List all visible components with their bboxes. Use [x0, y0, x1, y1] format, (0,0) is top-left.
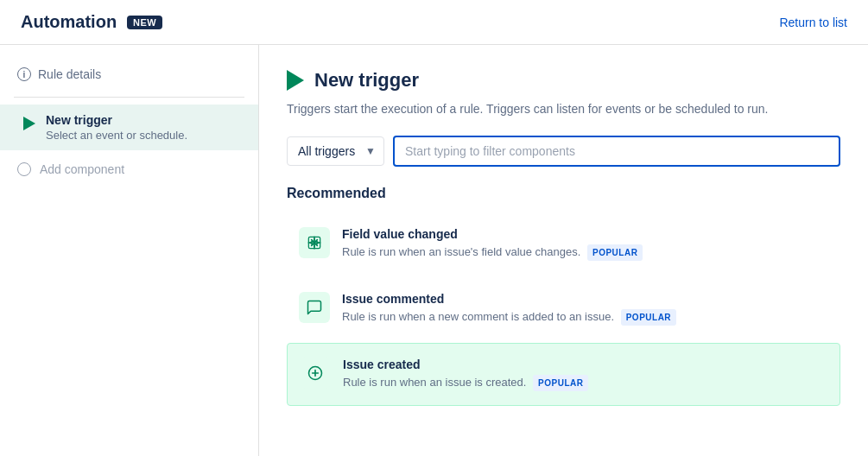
issue-commented-card-desc: Rule is run when a new comment is added …	[342, 308, 828, 326]
filter-row: All triggers Scheduled Field Issue Versi…	[287, 136, 840, 167]
issue-commented-card-body: Issue commented Rule is run when a new c…	[342, 292, 828, 326]
issue-created-card-desc: Rule is run when an issue is created. PO…	[343, 374, 827, 391]
trigger-card-field-value-changed[interactable]: Field value changed Rule is run when an …	[287, 213, 840, 275]
main-layout: i Rule details New trigger Select an eve…	[0, 45, 868, 456]
field-value-icon	[299, 227, 330, 258]
popular-badge-field: POPULAR	[587, 244, 643, 261]
trigger-cards-list: Field value changed Rule is run when an …	[287, 213, 840, 409]
header: Automation NEW Return to list	[0, 0, 868, 45]
trigger-label: New trigger	[46, 113, 187, 127]
content-title: New trigger	[314, 69, 419, 92]
sidebar-add-component[interactable]: Add component	[0, 154, 258, 185]
sidebar-trigger-text: New trigger Select an event or schedule.	[46, 113, 187, 142]
content-description: Triggers start the execution of a rule. …	[287, 100, 840, 118]
info-icon: i	[17, 67, 31, 81]
play-icon	[20, 115, 37, 132]
popular-badge-created: POPULAR	[533, 375, 588, 391]
add-circle-icon	[17, 162, 31, 176]
new-badge: NEW	[127, 16, 162, 29]
field-value-card-title: Field value changed	[342, 227, 828, 241]
content-area: New trigger Triggers start the execution…	[259, 45, 868, 456]
issue-created-icon	[300, 358, 331, 389]
issue-created-card-title: Issue created	[343, 358, 827, 371]
app-title: Automation	[21, 12, 117, 32]
content-header: New trigger	[287, 69, 840, 92]
header-left: Automation NEW	[21, 12, 162, 32]
trigger-card-issue-created[interactable]: Issue created Rule is run when an issue …	[287, 343, 840, 406]
trigger-card-issue-commented[interactable]: Issue commented Rule is run when a new c…	[287, 278, 840, 339]
sidebar-rule-details[interactable]: i Rule details	[0, 59, 258, 90]
field-value-card-desc: Rule is run when an issue's field value …	[342, 244, 828, 261]
issue-commented-icon	[299, 292, 330, 323]
rule-details-label: Rule details	[38, 67, 101, 81]
popular-badge-commented: POPULAR	[621, 309, 676, 326]
recommended-section-title: Recommended	[287, 186, 840, 201]
trigger-type-select[interactable]: All triggers Scheduled Field Issue Versi…	[287, 136, 384, 166]
content-play-icon	[287, 70, 304, 91]
issue-created-card-body: Issue created Rule is run when an issue …	[343, 358, 827, 391]
trigger-type-select-wrapper: All triggers Scheduled Field Issue Versi…	[287, 136, 384, 166]
filter-components-input[interactable]	[393, 136, 840, 167]
sidebar-new-trigger[interactable]: New trigger Select an event or schedule.	[0, 104, 258, 150]
return-to-list-link[interactable]: Return to list	[779, 16, 847, 29]
field-value-card-body: Field value changed Rule is run when an …	[342, 227, 828, 261]
add-component-label: Add component	[40, 162, 124, 176]
issue-commented-card-title: Issue commented	[342, 292, 828, 306]
trigger-sublabel: Select an event or schedule.	[46, 129, 187, 142]
sidebar-divider	[14, 97, 244, 98]
sidebar: i Rule details New trigger Select an eve…	[0, 45, 259, 456]
